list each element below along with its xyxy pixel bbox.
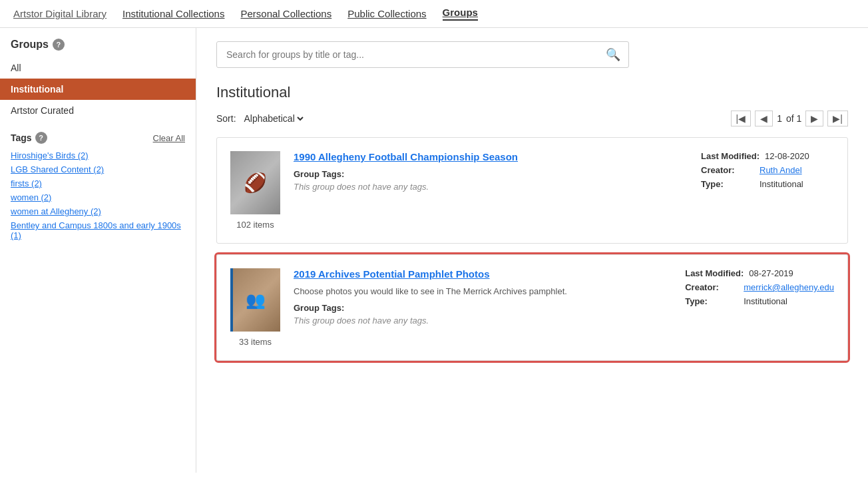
clear-all-button[interactable]: Clear All bbox=[153, 133, 185, 143]
tags-section: Tags ? Clear All Hiroshige's Birds (2) L… bbox=[0, 121, 196, 240]
artstor-home-link[interactable]: Artstor Digital Library bbox=[13, 8, 107, 19]
meta-row-type-football: Type: Institutional bbox=[701, 179, 834, 189]
page-of-label: of 1 bbox=[786, 113, 801, 124]
tag-bentley[interactable]: Bentley and Campus 1800s and early 1900s… bbox=[11, 220, 185, 240]
personal-collections-link[interactable]: Personal Collections bbox=[240, 8, 331, 19]
meta-creator-label-archive: Creator: bbox=[685, 282, 738, 292]
page-last-button[interactable]: ▶| bbox=[827, 111, 848, 126]
section-title: Institutional bbox=[216, 84, 848, 101]
archive-thumb-icon: 👥 bbox=[230, 268, 280, 332]
groups-link[interactable]: Groups bbox=[443, 7, 478, 21]
group-tags-value-football: This group does not have any tags. bbox=[294, 182, 688, 192]
sidebar-item-institutional[interactable]: Institutional bbox=[0, 79, 196, 100]
sidebar-groups-label: Groups bbox=[11, 39, 49, 51]
pagination: |◀ ◀ 1 of 1 ▶ ▶| bbox=[731, 111, 848, 126]
search-bar: 🔍 bbox=[216, 41, 629, 68]
creator-link-football[interactable]: Ruth Andel bbox=[760, 165, 802, 175]
group-tags-label-football: Group Tags: bbox=[294, 169, 688, 179]
main-content: 🔍 Institutional Sort: Alphabetical |◀ ◀ … bbox=[196, 28, 868, 473]
group-thumbnail-football: 🏈 bbox=[230, 151, 280, 214]
sort-container: Sort: Alphabetical bbox=[216, 113, 306, 124]
meta-modified-label-football: Last Modified: bbox=[701, 151, 760, 161]
search-input[interactable] bbox=[217, 43, 598, 67]
group-meta-football: Last Modified: 12-08-2020 Creator: Ruth … bbox=[701, 151, 834, 193]
page-current: 1 bbox=[777, 113, 782, 124]
sidebar-item-artstor-curated[interactable]: Artstor Curated bbox=[0, 100, 196, 121]
group-thumbnail-archive: 👥 bbox=[230, 268, 280, 332]
meta-modified-value-football: 12-08-2020 bbox=[765, 151, 809, 161]
meta-row-modified-archive: Last Modified: 08-27-2019 bbox=[685, 268, 834, 278]
page-next-button[interactable]: ▶ bbox=[805, 111, 823, 126]
meta-creator-value-archive: merrick@allegheny.edu bbox=[744, 282, 834, 292]
tags-help-icon[interactable]: ? bbox=[35, 132, 47, 144]
meta-row-creator-archive: Creator: merrick@allegheny.edu bbox=[685, 282, 834, 292]
sort-label: Sort: bbox=[216, 113, 236, 124]
meta-creator-value-football: Ruth Andel bbox=[760, 165, 802, 175]
public-collections-link[interactable]: Public Collections bbox=[347, 8, 426, 19]
page-first-button[interactable]: |◀ bbox=[731, 111, 752, 126]
search-button[interactable]: 🔍 bbox=[598, 42, 628, 67]
tags-title: Tags ? bbox=[11, 132, 47, 144]
tag-hiroshige[interactable]: Hiroshige's Birds (2) bbox=[11, 150, 185, 160]
tag-lgb[interactable]: LGB Shared Content (2) bbox=[11, 164, 185, 174]
group-card-archive: 👥 33 items 2019 Archives Potential Pamph… bbox=[216, 254, 848, 361]
page-prev-button[interactable]: ◀ bbox=[755, 111, 773, 126]
top-nav: Artstor Digital Library Institutional Co… bbox=[0, 0, 868, 28]
meta-type-value-football: Institutional bbox=[760, 179, 803, 189]
sidebar: Groups ? All Institutional Artstor Curat… bbox=[0, 28, 196, 473]
meta-modified-label-archive: Last Modified: bbox=[685, 268, 744, 278]
meta-modified-value-archive: 08-27-2019 bbox=[749, 268, 793, 278]
group-info-archive: 2019 Archives Potential Pamphlet Photos … bbox=[294, 268, 672, 326]
sidebar-item-all[interactable]: All bbox=[0, 57, 196, 79]
tag-women-allegheny[interactable]: women at Allegheny (2) bbox=[11, 206, 185, 216]
group-title-archive[interactable]: 2019 Archives Potential Pamphlet Photos bbox=[294, 268, 490, 280]
sort-row: Sort: Alphabetical |◀ ◀ 1 of 1 ▶ ▶| bbox=[216, 111, 848, 126]
sort-select[interactable]: Alphabetical bbox=[241, 113, 306, 124]
football-thumb-icon: 🏈 bbox=[230, 151, 280, 214]
sidebar-groups-header: Groups ? bbox=[0, 39, 196, 57]
meta-type-label-football: Type: bbox=[701, 179, 754, 189]
group-description-archive: Choose photos you would like to see in T… bbox=[294, 286, 672, 296]
meta-row-type-archive: Type: Institutional bbox=[685, 296, 834, 306]
group-items-count-archive: 33 items bbox=[239, 337, 272, 347]
group-tags-label-archive: Group Tags: bbox=[294, 303, 672, 313]
search-bar-container: 🔍 bbox=[216, 41, 848, 68]
institutional-collections-link[interactable]: Institutional Collections bbox=[122, 8, 224, 19]
group-title-football[interactable]: 1990 Allegheny Football Championship Sea… bbox=[294, 151, 518, 162]
groups-help-icon[interactable]: ? bbox=[53, 39, 65, 51]
group-card-football: 🏈 102 items 1990 Allegheny Football Cham… bbox=[216, 137, 848, 244]
group-items-count-football: 102 items bbox=[236, 220, 274, 230]
main-layout: Groups ? All Institutional Artstor Curat… bbox=[0, 28, 868, 473]
tag-firsts[interactable]: firsts (2) bbox=[11, 178, 185, 188]
group-info-football: 1990 Allegheny Football Championship Sea… bbox=[294, 151, 688, 192]
creator-link-archive[interactable]: merrick@allegheny.edu bbox=[744, 282, 834, 292]
meta-creator-label-football: Creator: bbox=[701, 165, 754, 175]
meta-type-value-archive: Institutional bbox=[744, 296, 787, 306]
meta-row-creator-football: Creator: Ruth Andel bbox=[701, 165, 834, 175]
tag-women[interactable]: women (2) bbox=[11, 192, 185, 202]
tags-header: Tags ? Clear All bbox=[11, 132, 185, 144]
meta-type-label-archive: Type: bbox=[685, 296, 738, 306]
group-tags-value-archive: This group does not have any tags. bbox=[294, 316, 672, 326]
group-meta-archive: Last Modified: 08-27-2019 Creator: merri… bbox=[685, 268, 834, 310]
meta-row-modified-football: Last Modified: 12-08-2020 bbox=[701, 151, 834, 161]
tags-label: Tags bbox=[11, 132, 32, 143]
